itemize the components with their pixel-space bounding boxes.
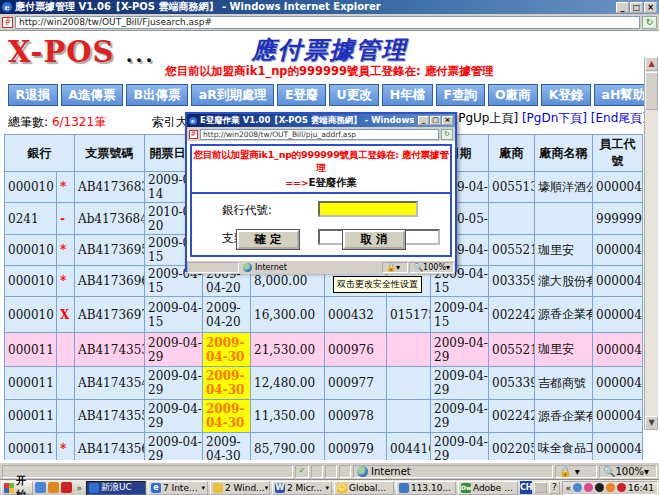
table-row[interactable]: 000011*AB41743562009-04-292009-04-3085,7… [5,433,643,461]
table-cell: 000004 [593,266,643,297]
table-cell: AB4173695 [75,235,145,266]
table-cell: 0241 [5,203,57,235]
maximize-button[interactable]: □ [630,2,643,13]
table-cell: 005521 [489,235,535,266]
toolbar-button-3[interactable]: B出傳票 [126,84,188,106]
table-cell: 004416 [387,433,431,461]
qq-penguin-icon[interactable] [595,483,604,492]
table-cell: 000976 [325,333,387,367]
paging-link-2[interactable]: [PgUp上頁] [454,111,522,125]
red-icon[interactable] [617,483,626,492]
toolbar-button-6[interactable]: U更改 [329,84,379,106]
paging-link-4[interactable]: [End尾頁] [591,111,647,125]
popup-titlebar: e E登廢作業 V1.00【X-POS 雲端商務網】 - Windows In.… [187,114,455,127]
cancel-button[interactable]: 取 消 [343,230,405,249]
popup-zoom-control[interactable]: 🔍100% ▾ [409,262,454,273]
globe-icon [89,483,99,493]
minimize-button[interactable]: _ [616,2,629,13]
table-cell: 000011 [5,433,57,461]
toolbar-button-9[interactable]: O廠商 [488,84,539,106]
table-cell: AB4173683 [75,172,145,203]
address-input[interactable]: http://win2008/tw/OUT_Bill/Fjusearch.asp… [15,16,640,29]
task-group-arrow-icon[interactable]: ▾ [201,484,205,492]
scrollbar-thumb[interactable] [645,72,658,110]
table-cell: 000011 [5,400,57,433]
bank-code-input[interactable] [318,201,418,217]
internet-globe-icon [357,466,368,477]
popup-minimize-button[interactable]: _ [418,116,429,125]
close-button[interactable]: × [644,2,657,13]
qq-icon[interactable] [61,482,72,493]
dw-icon: Dw [461,483,471,493]
table-row[interactable]: 000011AB41743552009-04-292009-04-3011,35… [5,400,643,433]
toolbar-button-2[interactable]: A進傳票 [61,84,123,106]
task-label: Adobe ... [473,483,513,493]
table-cell: AB4174355 [75,400,145,433]
main-addressbar: # http://win2008/tw/OUT_Bill/Fjusearch.a… [0,14,659,31]
table-row[interactable]: 000011AB41743532009-04-292009-04-3021,53… [5,333,643,367]
messenger-icon[interactable] [573,483,582,492]
table-cell: * [57,266,75,297]
toolbar-button-10[interactable]: K登錄 [541,84,591,106]
tray-collapse-icon[interactable]: « [566,483,572,493]
confirm-button[interactable]: 確 定 [237,230,299,249]
popup-refresh-icon[interactable]: ↻ [441,129,453,140]
refresh-icon[interactable]: ↻ [642,16,657,29]
table-cell: 85,790.00 [251,433,325,461]
media-player-icon[interactable] [48,482,59,493]
table-cell: 000010 [5,297,57,333]
column-header: 支票號碼 [75,135,145,172]
table-cell: Ab41736840 [75,203,145,235]
taskbar: 开始 » 新浪UCe7 Inte...▾2 Wind...▾W2 Micr...… [0,479,659,495]
table-cell: AB4173697 [75,297,145,333]
page-title: 應付票據管理 [0,34,659,66]
table-cell: 源香企業有限 [535,400,593,433]
column-header: 員工代號 [593,135,643,172]
task-label: 2 Wind... [225,483,265,493]
toolbar-button-5[interactable]: E登廢 [277,84,326,106]
paging-link-3[interactable]: [PgDn下頁] [522,111,591,125]
toolbar-button-7[interactable]: H年檔 [382,84,433,106]
popup-addressbar: # http://win2008/tw/OUT_Bill/pju_addrf.a… [187,127,455,141]
toolbar-button-4[interactable]: aR到期處理 [191,84,274,106]
table-cell: 000978 [325,400,387,433]
pink-icon[interactable] [584,483,593,492]
taskbar-task-globe2[interactable]: 113.10... [396,481,456,495]
table-cell [535,203,593,235]
popup-protect-icon[interactable]: 🔒▾ [382,262,408,273]
taskbar-task-word[interactable]: W2 Micr...▾ [272,481,332,495]
task-label: 新浪UC [101,481,132,494]
keyboard-icon[interactable] [534,482,547,493]
taskbar-task-ie[interactable]: e7 Inte...▾ [148,481,208,495]
popup-close-button[interactable]: × [442,116,453,125]
toolbar-button-8[interactable]: F查詢 [436,84,485,106]
table-cell [57,333,75,367]
table-cell: - [57,203,75,235]
table-cell: 005521 [489,333,535,367]
start-button[interactable]: 开始 [1,481,33,495]
toolbar-button-1[interactable]: R退損 [8,84,58,106]
table-cell: AB4174356 [75,433,145,461]
taskbar-task-folder[interactable]: 2 Wind...▾ [210,481,270,495]
zoom-control[interactable]: 🔍100% ▾ [599,465,657,478]
table-cell: 005339 [489,367,535,400]
scroll-up-icon[interactable]: ▲ [645,57,658,71]
scroll-down-icon[interactable]: ▼ [645,416,658,430]
flame-icon[interactable] [606,483,615,492]
table-cell: 002205 [489,433,535,461]
taskbar-task-globe[interactable]: 新浪UC [86,481,146,495]
popup-address-input[interactable]: http://win2008/tw/OUT_Bill/pju_addrf.asp [200,129,439,140]
taskbar-task-smiley[interactable]: ☺Global... [334,481,394,495]
task-group-arrow-icon[interactable]: ▾ [325,484,329,492]
popup-maximize-button[interactable]: □ [430,116,441,125]
table-row[interactable]: 000011AB41743542009-04-292009-04-3012,48… [5,367,643,400]
help-icon[interactable]: ? [549,481,559,494]
protected-mode-icon[interactable]: 🔒 ▾ [555,465,597,478]
table-row[interactable]: 000010XAB41736972009-04-152009-04-2016,3… [5,297,643,333]
task-group-arrow-icon[interactable]: ▾ [265,484,269,492]
language-badge[interactable]: CH [520,481,533,494]
msn-icon[interactable] [35,482,46,493]
vertical-scrollbar[interactable]: ▲ ▼ [644,57,658,430]
taskbar-task-dw[interactable]: DwAdobe ... [458,481,518,495]
chevron-icon[interactable]: » [74,483,84,493]
